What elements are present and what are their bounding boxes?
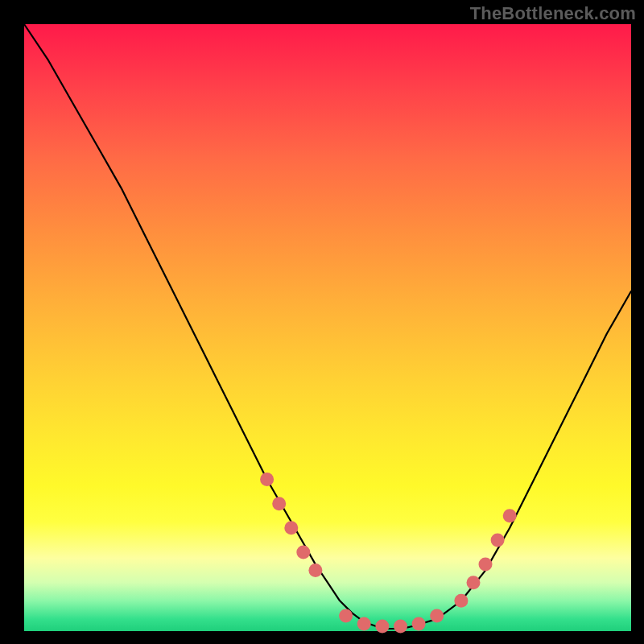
highlight-dot [375,620,389,634]
highlight-dot [339,609,353,623]
highlight-dot [284,521,298,535]
highlight-dot [430,609,444,623]
highlight-dot [454,594,468,608]
highlight-dot [260,473,274,486]
plot-svg [24,24,631,631]
highlight-dot [412,617,426,631]
highlight-dots-group [260,473,517,634]
bottleneck-curve [24,24,631,629]
highlight-dot [308,564,322,577]
highlight-dot [491,533,505,547]
highlight-dot [357,617,371,631]
highlight-dot [296,546,310,559]
highlight-dot [272,497,286,510]
highlight-dot [467,576,481,589]
highlight-dot [503,509,517,522]
watermark-text: TheBottleneck.com [470,3,636,24]
chart-stage: TheBottleneck.com [0,0,644,644]
highlight-dot [394,620,407,634]
plot-area [24,24,631,631]
highlight-dot [479,558,493,572]
